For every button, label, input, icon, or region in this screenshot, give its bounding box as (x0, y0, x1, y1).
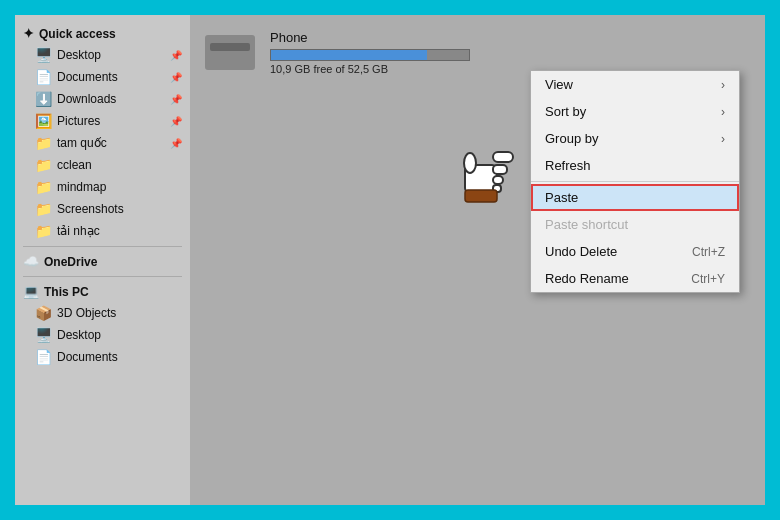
context-menu-redo-rename[interactable]: Redo Rename Ctrl+Y (531, 265, 739, 292)
sidebar: ✦ Quick access 🖥️ Desktop 📌 📄 Documents … (15, 15, 190, 505)
sidebar-item-desktop-pc-label: Desktop (57, 328, 101, 342)
this-pc-label: This PC (44, 285, 89, 299)
sidebar-item-screenshots-label: Screenshots (57, 202, 124, 216)
context-menu-groupby-label: Group by (545, 131, 598, 146)
svg-rect-2 (493, 152, 513, 162)
quick-access-label: Quick access (39, 27, 116, 41)
svg-rect-0 (465, 165, 497, 193)
sidebar-item-downloads[interactable]: ⬇️ Downloads 📌 (15, 88, 190, 110)
sidebar-item-downloads-label: Downloads (57, 92, 116, 106)
folder-icon-4: 📁 (35, 201, 52, 217)
onedrive-label: OneDrive (44, 255, 97, 269)
context-menu-view[interactable]: View › (531, 71, 739, 98)
onedrive-icon: ☁️ (23, 254, 39, 269)
folder-icon-1: 📁 (35, 135, 52, 151)
view-arrow-icon: › (721, 78, 725, 92)
onedrive-header[interactable]: ☁️ OneDrive (15, 251, 190, 272)
sidebar-item-tamquoc-label: tam quốc (57, 136, 107, 150)
folder-icon-3: 📁 (35, 179, 52, 195)
pin-icon: 📌 (170, 50, 182, 61)
sidebar-divider-1 (23, 246, 182, 247)
context-menu: View › Sort by › Group by › Refresh Past… (530, 70, 740, 293)
sidebar-item-documents-pc-label: Documents (57, 350, 118, 364)
context-menu-sortby-label: Sort by (545, 104, 586, 119)
sidebar-item-screenshots[interactable]: 📁 Screenshots (15, 198, 190, 220)
quick-access-header[interactable]: ✦ Quick access (15, 23, 190, 44)
sidebar-item-documents-pc[interactable]: 📄 Documents (15, 346, 190, 368)
file-explorer-window: ✦ Quick access 🖥️ Desktop 📌 📄 Documents … (15, 15, 765, 505)
device-section: Phone 10,9 GB free of 52,5 GB (205, 30, 750, 75)
context-menu-undo-delete-label: Undo Delete (545, 244, 617, 259)
context-menu-groupby[interactable]: Group by › (531, 125, 739, 152)
cursor-hand (460, 130, 525, 209)
folder-icon-2: 📁 (35, 157, 52, 173)
pin-icon-3: 📌 (170, 94, 182, 105)
context-menu-sep-1 (531, 181, 739, 182)
sidebar-item-desktop[interactable]: 🖥️ Desktop 📌 (15, 44, 190, 66)
sidebar-item-tailnhac[interactable]: 📁 tải nhạc (15, 220, 190, 242)
sidebar-item-documents-label: Documents (57, 70, 118, 84)
sidebar-item-desktop-label: Desktop (57, 48, 101, 62)
sidebar-divider-2 (23, 276, 182, 277)
context-menu-paste-label: Paste (545, 190, 578, 205)
device-space-text: 10,9 GB free of 52,5 GB (270, 63, 470, 75)
svg-rect-5 (493, 185, 501, 192)
sidebar-item-pictures[interactable]: 🖼️ Pictures 📌 (15, 110, 190, 132)
svg-rect-4 (493, 176, 503, 184)
folder-icon-5: 📁 (35, 223, 52, 239)
svg-point-1 (464, 153, 476, 173)
context-menu-refresh-label: Refresh (545, 158, 591, 173)
downloads-icon: ⬇️ (35, 91, 52, 107)
sidebar-item-pictures-label: Pictures (57, 114, 100, 128)
context-menu-paste[interactable]: Paste (531, 184, 739, 211)
context-menu-redo-rename-label: Redo Rename (545, 271, 629, 286)
sidebar-item-cclean[interactable]: 📁 cclean (15, 154, 190, 176)
sidebar-item-mindmap[interactable]: 📁 mindmap (15, 176, 190, 198)
device-info: Phone 10,9 GB free of 52,5 GB (270, 30, 470, 75)
context-menu-view-label: View (545, 77, 573, 92)
redo-rename-shortcut: Ctrl+Y (691, 272, 725, 286)
3dobjects-icon: 📦 (35, 305, 52, 321)
pin-icon-2: 📌 (170, 72, 182, 83)
desktop-pc-icon: 🖥️ (35, 327, 52, 343)
context-menu-paste-shortcut-label: Paste shortcut (545, 217, 628, 232)
main-content: Phone 10,9 GB free of 52,5 GB View › Sor… (190, 15, 765, 505)
sidebar-item-3dobjects-label: 3D Objects (57, 306, 116, 320)
context-menu-undo-delete[interactable]: Undo Delete Ctrl+Z (531, 238, 739, 265)
pin-icon-5: 📌 (170, 138, 182, 149)
sidebar-item-3dobjects[interactable]: 📦 3D Objects (15, 302, 190, 324)
context-menu-sortby[interactable]: Sort by › (531, 98, 739, 125)
device-storage-bar (270, 49, 470, 61)
desktop-icon: 🖥️ (35, 47, 52, 63)
documents-icon: 📄 (35, 69, 52, 85)
sidebar-item-tamquoc[interactable]: 📁 tam quốc 📌 (15, 132, 190, 154)
quick-access-icon: ✦ (23, 26, 34, 41)
sidebar-item-tailnhac-label: tải nhạc (57, 224, 100, 238)
pictures-icon: 🖼️ (35, 113, 52, 129)
sidebar-item-desktop-pc[interactable]: 🖥️ Desktop (15, 324, 190, 346)
sidebar-item-documents[interactable]: 📄 Documents 📌 (15, 66, 190, 88)
svg-rect-6 (465, 190, 497, 202)
pin-icon-4: 📌 (170, 116, 182, 127)
sidebar-item-cclean-label: cclean (57, 158, 92, 172)
context-menu-refresh[interactable]: Refresh (531, 152, 739, 179)
this-pc-header[interactable]: 💻 This PC (15, 281, 190, 302)
groupby-arrow-icon: › (721, 132, 725, 146)
device-bar-fill (271, 50, 427, 60)
svg-rect-3 (493, 165, 507, 174)
this-pc-icon: 💻 (23, 284, 39, 299)
context-menu-paste-shortcut[interactable]: Paste shortcut (531, 211, 739, 238)
undo-delete-shortcut: Ctrl+Z (692, 245, 725, 259)
sortby-arrow-icon: › (721, 105, 725, 119)
device-name: Phone (270, 30, 470, 45)
documents-pc-icon: 📄 (35, 349, 52, 365)
phone-device-icon (205, 35, 255, 70)
sidebar-item-mindmap-label: mindmap (57, 180, 106, 194)
